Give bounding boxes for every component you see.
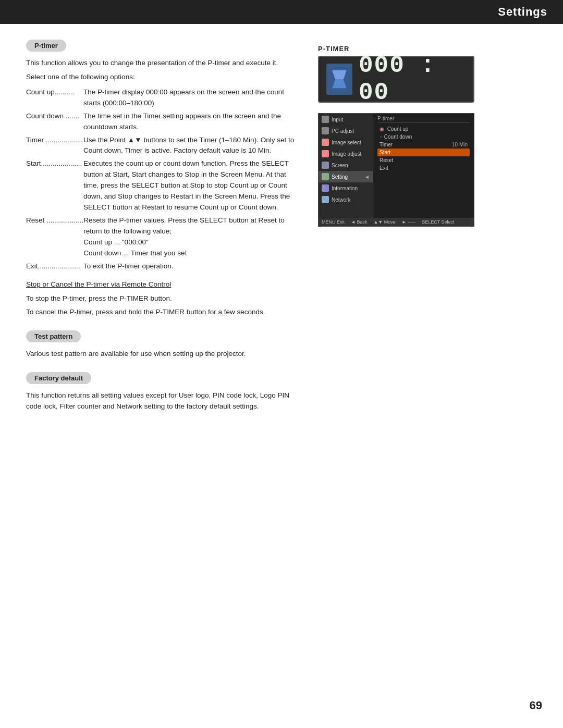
option-count-down: Count down ....... The time set in the T… [26, 111, 302, 133]
menu-item-information: Information [319, 182, 373, 194]
ptimer-icon [326, 64, 352, 95]
option-desc-start: Executes the count up or count down func… [83, 158, 302, 213]
hourglass-icon [331, 69, 348, 90]
test-pattern-section: Test pattern Various test pattern are av… [26, 330, 302, 360]
menu-screenshot: Input PC adjust Image select Image adjus… [318, 113, 474, 227]
option-desc-count-down: The time set in the Timer setting appear… [83, 111, 302, 133]
stop-text: To stop the P-timer, press the P-TIMER b… [26, 293, 302, 304]
network-icon [322, 196, 329, 203]
stop-cancel-link: Stop or Cancel the P-timer via Remote Co… [26, 280, 171, 288]
menu-item-pc-adjust: PC adjust [319, 125, 373, 137]
menu-right-timer: Timer 10 Min [377, 141, 470, 149]
menu-item-image-select: Image select [319, 137, 373, 148]
menu-right-count-down: ○ Count down [377, 133, 470, 141]
menu-right-start: Start [377, 149, 470, 156]
menu-item-screen: Screen [319, 159, 373, 171]
option-desc-exit: To exit the P-timer operation. [83, 261, 302, 272]
menu-inner: Input PC adjust Image select Image adjus… [319, 114, 474, 218]
menu-right-panel: P-timer ◉ Count up ○ Count down Timer 10… [373, 114, 474, 218]
option-reset: Reset ................... Resets the P-t… [26, 215, 302, 259]
information-icon [322, 184, 329, 192]
menu-right-reset: Reset [377, 156, 470, 164]
page-title: Settings [498, 5, 547, 18]
option-name-timer: Timer ................... [26, 135, 83, 157]
factory-default-desc: This function returns all setting values… [26, 390, 302, 412]
option-timer: Timer ................... Use the Point … [26, 135, 302, 157]
page-number: 69 [530, 699, 542, 712]
option-desc-reset: Resets the P-timer values. Press the SEL… [83, 215, 302, 259]
right-column: P-TIMER 000 : 00 Input [318, 40, 495, 425]
option-name-exit: Exit...................... [26, 261, 83, 272]
test-pattern-label: Test pattern [26, 330, 81, 342]
menu-right-exit: Exit [377, 164, 470, 172]
ptimer-display-label: P-TIMER [318, 45, 495, 53]
ptimer-label: P-timer [26, 40, 66, 52]
factory-default-label: Factory default [26, 372, 91, 384]
menu-right-count-up: ◉ Count up [377, 125, 470, 133]
ptimer-intro: This function allows you to change the p… [26, 58, 302, 69]
cancel-text: To cancel the P-timer, press and hold th… [26, 307, 302, 318]
option-name-reset: Reset ................... [26, 215, 83, 259]
left-column: P-timer This function allows you to chan… [26, 40, 302, 425]
options-list: Count up.......... The P-timer display 0… [26, 87, 302, 272]
input-icon [322, 116, 329, 123]
menu-item-network: Network [319, 194, 373, 205]
option-desc-count-up: The P-timer display 000:00 appears on th… [83, 87, 302, 109]
menu-item-setting: Setting ◄ [319, 171, 373, 182]
menu-item-input: Input [319, 114, 373, 125]
menu-left-panel: Input PC adjust Image select Image adjus… [319, 114, 373, 218]
factory-default-section: Factory default This function returns al… [26, 372, 302, 412]
option-name-count-down: Count down ....... [26, 111, 83, 133]
option-name-count-up: Count up.......... [26, 87, 83, 109]
page-header: Settings [0, 0, 563, 24]
option-count-up: Count up.......... The P-timer display 0… [26, 87, 302, 109]
setting-icon [322, 173, 329, 180]
ptimer-time: 000 : 00 [359, 52, 466, 106]
option-start: Start..................... Executes the … [26, 158, 302, 213]
menu-right-title: P-timer [377, 116, 470, 123]
pc-adjust-icon [322, 127, 329, 134]
ptimer-select-prompt: Select one of the following options: [26, 72, 302, 83]
menu-item-image-adjust: Image adjust [319, 148, 373, 159]
image-select-icon [322, 139, 329, 146]
ptimer-section: P-timer This function allows you to chan… [26, 40, 302, 318]
option-exit: Exit...................... To exit the P… [26, 261, 302, 272]
menu-bottom-bar: MENU Exit ◄ Back ▲▼ Move ► ----- SELECT … [319, 218, 474, 226]
ptimer-display: 000 : 00 [318, 56, 474, 103]
option-name-start: Start..................... [26, 158, 83, 213]
image-adjust-icon [322, 150, 329, 157]
svg-marker-1 [332, 70, 347, 79]
screen-icon [322, 162, 329, 169]
test-pattern-desc: Various test pattern are available for u… [26, 349, 302, 360]
option-desc-timer: Use the Point ▲▼ buttons to set the Time… [83, 135, 302, 157]
